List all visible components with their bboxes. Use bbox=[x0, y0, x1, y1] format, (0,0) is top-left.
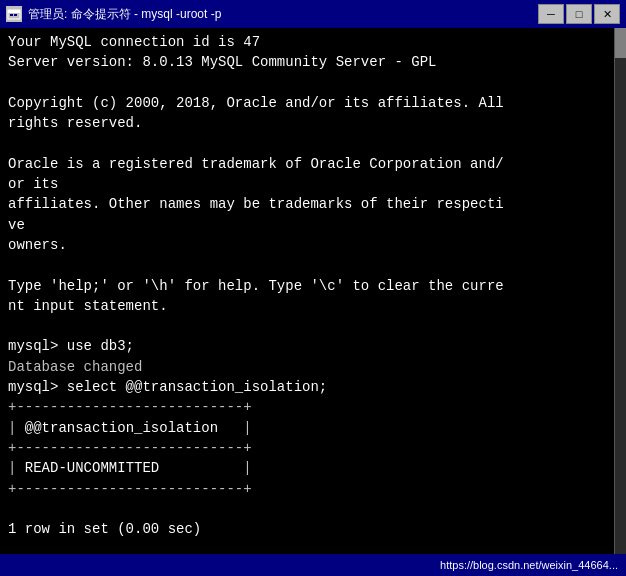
terminal-line: Type 'help;' or '\h' for help. Type '\c'… bbox=[8, 276, 618, 296]
title-bar-left: 管理员: 命令提示符 - mysql -uroot -p bbox=[6, 6, 221, 23]
terminal-line: Oracle is a registered trademark of Orac… bbox=[8, 154, 618, 174]
status-bar: https://blog.csdn.net/weixin_44664... bbox=[0, 554, 626, 576]
minimize-button[interactable]: ─ bbox=[538, 4, 564, 24]
table-border-top: +---------------------------+ bbox=[8, 397, 618, 417]
window-title: 管理员: 命令提示符 - mysql -uroot -p bbox=[28, 6, 221, 23]
table-border-mid: +---------------------------+ bbox=[8, 438, 618, 458]
table-border-bottom: +---------------------------+ bbox=[8, 479, 618, 499]
svg-rect-1 bbox=[8, 10, 20, 13]
terminal-line: Server version: 8.0.13 MySQL Community S… bbox=[8, 52, 618, 72]
terminal-line bbox=[8, 73, 618, 93]
window-icon bbox=[6, 6, 22, 22]
title-bar: 管理员: 命令提示符 - mysql -uroot -p ─ □ ✕ bbox=[0, 0, 626, 28]
terminal-line: mysql> use db3; bbox=[8, 336, 618, 356]
terminal-line bbox=[8, 255, 618, 275]
terminal-line bbox=[8, 133, 618, 153]
terminal-line: ve bbox=[8, 215, 618, 235]
terminal-line: affiliates. Other names may be trademark… bbox=[8, 194, 618, 214]
terminal-line bbox=[8, 539, 618, 554]
terminal-line: mysql> select @@transaction_isolation; bbox=[8, 377, 618, 397]
terminal-line: rights reserved. bbox=[8, 113, 618, 133]
terminal-line: Database changed bbox=[8, 357, 618, 377]
window-controls: ─ □ ✕ bbox=[538, 4, 620, 24]
svg-rect-3 bbox=[14, 14, 17, 16]
terminal-line: Your MySQL connection id is 47 bbox=[8, 32, 618, 52]
svg-rect-2 bbox=[10, 14, 13, 16]
terminal-line: or its bbox=[8, 174, 618, 194]
maximize-button[interactable]: □ bbox=[566, 4, 592, 24]
terminal-line bbox=[8, 316, 618, 336]
scrollbar[interactable] bbox=[614, 28, 626, 554]
terminal-body[interactable]: Your MySQL connection id is 47 Server ve… bbox=[0, 28, 626, 554]
terminal-line: Copyright (c) 2000, 2018, Oracle and/or … bbox=[8, 93, 618, 113]
table-header: | @@transaction_isolation | bbox=[8, 418, 618, 438]
terminal-line: nt input statement. bbox=[8, 296, 618, 316]
scrollbar-thumb[interactable] bbox=[615, 28, 626, 58]
table-row: | READ-UNCOMMITTED | bbox=[8, 458, 618, 478]
status-url: https://blog.csdn.net/weixin_44664... bbox=[440, 559, 618, 571]
terminal-line: owners. bbox=[8, 235, 618, 255]
close-button[interactable]: ✕ bbox=[594, 4, 620, 24]
main-window: 管理员: 命令提示符 - mysql -uroot -p ─ □ ✕ Your … bbox=[0, 0, 626, 576]
row-count: 1 row in set (0.00 sec) bbox=[8, 519, 618, 539]
terminal-line bbox=[8, 499, 618, 519]
